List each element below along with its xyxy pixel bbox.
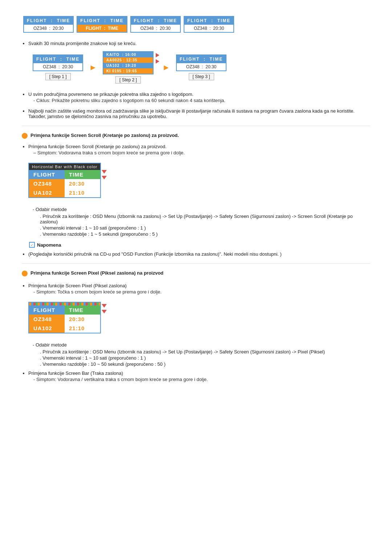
bullet-2-item: U svim područjima povremeno se prikazuje… [28,92,370,103]
pixel-cell-2b: 20:30 [65,315,100,324]
hbar-row-2: OZ348 20:30 [29,179,100,188]
note-text: (Pogledajte korisnički priručnik na CD-u… [28,251,282,257]
step-3-card: FLIGHT : TIME OZ348 : 20:30 [176,54,226,71]
hbar-row-1: FLIGHT TIME [29,170,100,179]
section2-heading-row: Primjena funkcije Screen Pixel (Piksel z… [22,270,370,276]
hbar-cell-2a: OZ348 [29,179,65,188]
section2-bullet-1-sub: - Simptom: Točka s crnom bojom kreće se … [33,289,370,295]
bullet-3-text: Najbolji način zaštite vašeg monitora od… [28,108,355,119]
method-1-2: . Vremenski interval : 1 ~ 10 sati (prep… [40,225,370,231]
step-3-box: FLIGHT : TIME OZ348 : 20:30 [ Step 3 ] [176,54,226,80]
step-2-arrow-up [156,53,159,57]
step-1-label: [ Step 1 ] [45,73,71,80]
method-2-2: . Vremenski interval : 1 ~ 10 sati (prep… [40,355,370,361]
flight-card-1-top: FLIGHT : TIME [24,17,73,25]
step-2-box: KAITO : 16:00 AA0025 : 12:35 UA102 : 19:… [103,51,154,84]
step-2-row-2: AA0025 : 12:35 [103,57,153,63]
hbar-cell-3a: UA102 [29,188,65,197]
section2-bullet-2-text: Primjena funkcije Screen Bar (Traka zasl… [28,370,123,376]
flight-card-3-bottom: OZ348 : 20:30 [131,25,180,32]
bullet-2-sub: - Ciklus: Prikažite pokretnu sliku zajed… [33,98,370,103]
step-diagram: FLIGHT : TIME OZ348 : 20:30 [ Step 1 ] ►… [33,51,370,84]
section2-bullet-2-list: Primjena funkcije Screen Bar (Traka zasl… [28,370,370,382]
pixel-cell-1a: FLIGHT [29,305,65,315]
bullet-section-1: Svakih 30 minuta promijenite znakove koj… [28,41,370,46]
step-2-label: [ Step 2 ] [115,76,141,84]
section1-bullet-1: Primjena funkcije Screen Scroll (Kretanj… [28,144,370,202]
note-bullet: (Pogledajte korisnički priručnik na CD-u… [28,251,370,257]
section1-orange-circle [22,133,28,139]
step-1-card: FLIGHT : TIME OZ348 : 20:30 [33,54,83,71]
hbar-wrapper: Horizontal Bar with Black color FLIGHT T… [28,159,101,202]
hbar-cell-3b: 21:10 [65,188,100,197]
flight-card-4: FLIGHT : TIME OZ348 : 20:30 [184,16,234,33]
step-2-display-wrapper: KAITO : 16:00 AA0025 : 12:35 UA102 : 19:… [103,51,154,74]
flight-card-1-bottom: OZ348 : 20:30 [24,25,73,32]
section2-bullet-1-text: Primjena funkcije Screen Pixel (Piksel z… [28,283,127,288]
pixel-arrows [102,304,107,313]
pixel-wrapper: FLIGHT TIME OZ348 20:30 UA102 21:10 [28,298,101,337]
pixel-cell-1b: TIME [65,305,100,315]
hbar-display: Horizontal Bar with Black color FLIGHT T… [28,163,101,198]
flight-card-3: FLIGHT : TIME OZ348 : 20:30 [130,16,181,33]
section2-orange-circle [22,271,28,276]
bullet-1-text: Svakih 30 minuta promijenite znakove koj… [28,41,136,46]
step-2-row-1: KAITO : 16:00 [103,52,153,57]
flight-card-3-top: FLIGHT : TIME [131,17,180,25]
hbar-arrow-2 [102,176,107,179]
section2-bullet-2: Primjena funkcije Screen Bar (Traka zasl… [28,370,370,382]
section2-bullet-2-sub: - Simptom: Vodoravna / vertikalna traka … [33,377,370,382]
bullet-1-item: Svakih 30 minuta promijenite znakove koj… [28,41,370,46]
method-1-1: . Priručnik za korištenje : OSD Menu (Iz… [40,214,370,224]
hbar-title: Horizontal Bar with Black color [29,163,100,170]
step-2-display: KAITO : 16:00 AA0025 : 12:35 UA102 : 19:… [103,51,154,74]
method-2-3: . Vremensko razdoblje : 10 ~ 50 sekundi … [40,361,370,367]
method-1-3: . Vremensko razdoblje : 1 ~ 5 sekundi (p… [40,231,370,237]
step-1-box: FLIGHT : TIME OZ348 : 20:30 [ Step 1 ] [33,54,83,80]
section2-bullet-1: Primjena funkcije Screen Pixel (Piksel z… [28,283,370,337]
pixel-cell-3a: UA102 [29,324,65,333]
step-3-top: FLIGHT : TIME [177,55,226,63]
bullet-section-3: Najbolji način zaštite vašeg monitora od… [28,108,370,119]
step-2-cell-2a: AA0025 : 12:35 [103,57,153,63]
pixel-top-bar [29,303,100,305]
pixel-row-2: OZ348 20:30 [29,315,100,324]
cards-top-section: FLIGHT : TIME OZ348 : 20:30 FLIGHT : TIM… [22,15,370,34]
section1-bullets: Primjena funkcije Screen Scroll (Kretanj… [28,144,370,202]
hbar-cell-2b: 20:30 [65,179,100,188]
flight-card-1: FLIGHT : TIME OZ348 : 20:30 [23,16,74,33]
pixel-row-3: UA102 21:10 [29,324,100,333]
hbar-arrow-1 [102,170,107,174]
flight-card-4-top: FLIGHT : TIME [184,17,233,25]
bullet-section-2: U svim područjima povremeno se prikazuje… [28,92,370,103]
pixel-row-1: FLIGHT TIME [29,305,100,315]
pixel-arrow-2 [102,310,107,313]
method-2-1: . Priručnik za korištenje : OSD Menu (Iz… [40,349,370,355]
hbar-row-3: UA102 21:10 [29,188,100,197]
step-2-cell-3a: UA102 : 19:20 [103,63,153,68]
note-bullets: (Pogledajte korisnički priručnik na CD-u… [28,251,370,257]
step-1-top: FLIGHT : TIME [33,55,82,63]
step-2-row-4: KI 0195 : 19:65 [103,68,153,74]
flight-card-2-top: FLIGHT : TIME [77,17,126,25]
divider-2 [22,263,370,264]
divider-1 [22,126,370,126]
bullet-3-item: Najbolji način zaštite vašeg monitora od… [28,108,370,119]
arrow-2: ► [162,63,170,72]
section2-bullets: Primjena funkcije Screen Pixel (Piksel z… [28,283,370,337]
step-2-cell-1a: KAITO : 16:00 [103,52,153,57]
step-2-arrow-down [156,59,159,64]
hbar-cell-1a: FLIGHT [29,170,65,179]
flight-card-2: FLIGHT : TIME FLIGHT : TIME [77,16,127,33]
step-3-label: [ Step 3 ] [189,73,214,80]
step-2-cell-4a: KI 0195 : 19:65 [103,68,153,74]
pixel-cell-2a: OZ348 [29,315,65,324]
main-content: FLIGHT : TIME OZ348 : 20:30 FLIGHT : TIM… [22,7,370,391]
section2-heading-text: Primjena funkcije Screen Pixel (Piksel z… [30,270,163,276]
pixel-display: FLIGHT TIME OZ348 20:30 UA102 21:10 [28,302,101,333]
section1-heading-row: Primjena funkcije Screen Scroll (Kretanj… [22,133,370,139]
pixel-cell-3b: 21:10 [65,324,100,333]
section1-bullet-1-sub: – Simptom: Vodoravna traka s crnom bojom… [33,150,370,155]
pixel-arrow-1 [102,304,107,308]
hbar-arrows [102,170,107,179]
